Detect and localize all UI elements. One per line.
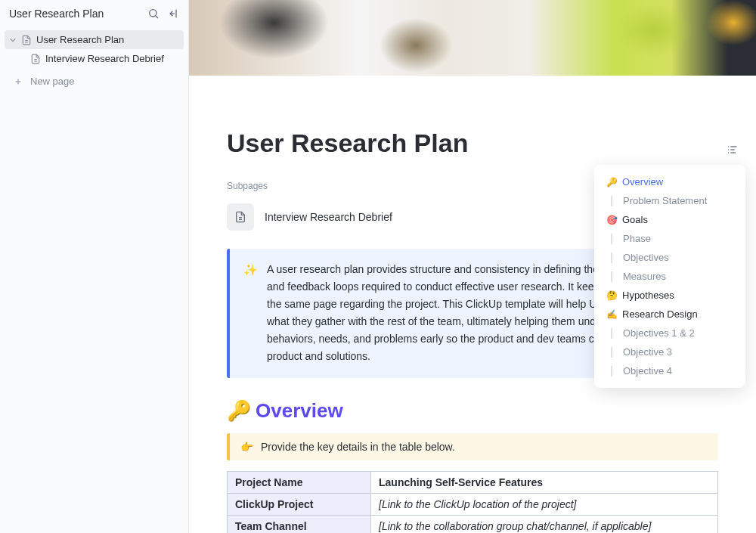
row-label[interactable]: ClickUp Project — [228, 493, 371, 515]
toc-item-objective-4[interactable]: Objective 4 — [599, 361, 741, 380]
toc-label: Problem Statement — [623, 195, 707, 206]
toc-item-objectives[interactable]: Objectives — [599, 248, 741, 267]
table-row: Team Channel [Link to the collaboration … — [228, 515, 718, 533]
key-icon: 🔑 — [606, 177, 618, 187]
overview-table: Project Name Launching Self-Service Feat… — [227, 471, 718, 533]
sparkles-icon: ✨ — [243, 261, 258, 366]
subpage-label: Interview Research Debrief — [265, 211, 392, 223]
sidebar-tree: User Research Plan Interview Research De… — [0, 27, 188, 95]
table-row: ClickUp Project [Link to the ClickUp loc… — [228, 493, 718, 515]
collapse-sidebar-icon[interactable] — [167, 8, 179, 20]
toc-toggle-icon[interactable] — [726, 144, 739, 159]
row-label[interactable]: Team Channel — [228, 515, 371, 533]
toc-label: Objective 4 — [623, 365, 672, 377]
chevron-down-icon[interactable] — [9, 37, 17, 43]
sidebar-header: User Research Plan — [0, 0, 188, 27]
toc-panel: 🔑 Overview Problem Statement 🎯 Goals Pha… — [594, 165, 745, 388]
row-value[interactable]: Launching Self-Service Features — [371, 471, 718, 493]
document-icon — [227, 203, 254, 231]
sidebar: User Research Plan User Research Plan In… — [0, 0, 189, 533]
cover-image[interactable] — [189, 0, 756, 76]
toc-label: Objective 3 — [623, 346, 672, 358]
toc-label: Objectives 1 & 2 — [623, 327, 695, 339]
section-overview-title: 🔑 Overview — [227, 399, 718, 423]
hint-callout: 👉 Provide the key details in the table b… — [227, 433, 718, 460]
search-icon[interactable] — [147, 8, 160, 20]
toc-item-phase[interactable]: Phase — [599, 229, 741, 248]
toc-item-overview[interactable]: 🔑 Overview — [599, 172, 741, 191]
new-page-button[interactable]: New page — [5, 71, 184, 91]
thinking-icon: 🤔 — [606, 290, 618, 301]
sidebar-item-interview-debrief[interactable]: Interview Research Debrief — [5, 49, 184, 68]
document-icon — [30, 54, 41, 64]
toc-label: Measures — [623, 271, 666, 282]
page-title: User Research Plan — [227, 129, 718, 158]
toc-label: Phase — [623, 233, 651, 244]
toc-label: Research Design — [622, 308, 698, 320]
toc-label: Overview — [622, 176, 663, 187]
toc-item-research-design[interactable]: ✍️ Research Design — [599, 305, 741, 324]
toc-label: Hypotheses — [622, 290, 674, 301]
sidebar-item-user-research-plan[interactable]: User Research Plan — [5, 30, 184, 49]
toc-item-measures[interactable]: Measures — [599, 267, 741, 286]
svg-point-0 — [150, 10, 156, 17]
toc-label: Goals — [622, 214, 648, 225]
new-page-label: New page — [30, 76, 75, 87]
table-row: Project Name Launching Self-Service Feat… — [228, 471, 718, 493]
row-value[interactable]: [Link to the ClickUp location of the pro… — [371, 493, 718, 515]
toc-item-goals[interactable]: 🎯 Goals — [599, 210, 741, 229]
target-icon: 🎯 — [606, 215, 618, 225]
plus-icon — [14, 77, 23, 86]
sidebar-item-label: Interview Research Debrief — [45, 53, 164, 64]
toc-item-hypotheses[interactable]: 🤔 Hypotheses — [599, 286, 741, 305]
document-icon — [21, 35, 32, 45]
writing-icon: ✍️ — [606, 309, 618, 320]
sidebar-item-label: User Research Plan — [36, 34, 124, 45]
workspace-title: User Research Plan — [9, 8, 147, 20]
toc-item-objectives-1-2[interactable]: Objectives 1 & 2 — [599, 324, 741, 342]
toc-item-problem-statement[interactable]: Problem Statement — [599, 191, 741, 210]
pointing-icon: 👉 — [240, 441, 253, 453]
main-content: User Research Plan Subpages Interview Re… — [189, 0, 756, 533]
row-label[interactable]: Project Name — [228, 471, 371, 493]
section-title-text: Overview — [256, 399, 343, 423]
hint-text: Provide the key details in the table bel… — [261, 441, 455, 453]
toc-label: Objectives — [623, 252, 669, 263]
toc-item-objective-3[interactable]: Objective 3 — [599, 342, 741, 361]
row-value[interactable]: [Link to the collaboration group chat/ch… — [371, 515, 718, 533]
key-icon: 🔑 — [227, 399, 251, 423]
svg-line-1 — [156, 16, 158, 18]
